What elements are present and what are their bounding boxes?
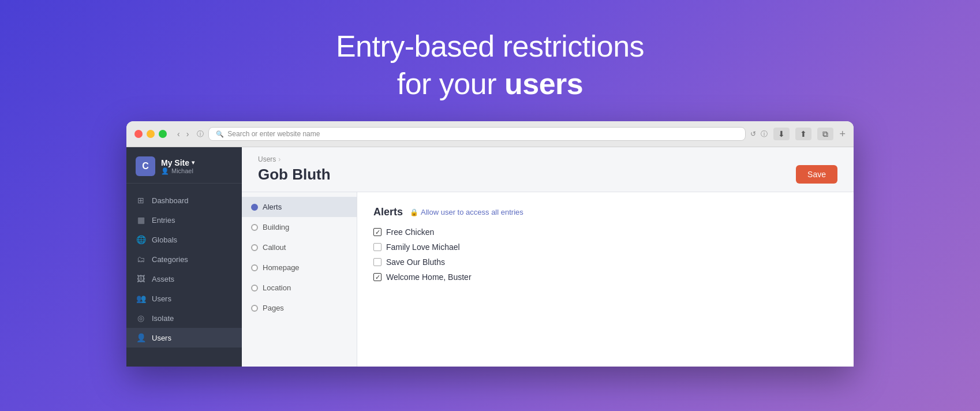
breadcrumb: Users › xyxy=(258,155,331,163)
reload-icon[interactable]: ↺ xyxy=(750,130,756,138)
sidebar-item-categories[interactable]: 🗂 Categories xyxy=(126,249,242,269)
section-nav-label: Location xyxy=(263,283,291,292)
entry-item-free-chicken: ✓ Free Chicken xyxy=(373,227,837,237)
site-name: My Site ▾ xyxy=(161,158,194,167)
avatar: C xyxy=(136,156,155,176)
categories-icon: 🗂 xyxy=(136,254,146,264)
section-nav-label: Pages xyxy=(263,304,284,312)
nav-back-button[interactable]: ‹ xyxy=(175,128,182,140)
users-bottom-icon: 👤 xyxy=(136,332,146,343)
entry-item-family-love: Family Love Michael xyxy=(373,242,837,252)
radio-alerts xyxy=(251,204,258,211)
sidebar-item-globals[interactable]: 🌐 Globals xyxy=(126,230,242,249)
checkbox-welcome-home[interactable]: ✓ xyxy=(373,273,381,281)
traffic-lights xyxy=(134,130,167,138)
sidebar-site-header[interactable]: C My Site ▾ 👤 Michael xyxy=(126,147,242,184)
entry-list: ✓ Free Chicken Family Love Michael Save … xyxy=(373,227,837,282)
sidebar-item-label: Assets xyxy=(152,275,174,283)
section-nav-item-location[interactable]: Location xyxy=(242,278,357,298)
address-bar-left-icon: ⓘ xyxy=(197,129,204,139)
main-content: Users › Gob Bluth Save Alerts xyxy=(242,147,854,367)
radio-pages xyxy=(251,305,258,312)
share-button[interactable]: ⬆ xyxy=(795,128,811,140)
entry-label: Save Our Bluths xyxy=(386,257,445,267)
radio-callout xyxy=(251,244,258,251)
section-nav-item-alerts[interactable]: Alerts xyxy=(242,197,357,217)
info-icon[interactable]: ⓘ xyxy=(761,129,768,139)
section-nav-item-pages[interactable]: Pages xyxy=(242,298,357,318)
hero-line1: Entry-based restrictions xyxy=(336,29,644,63)
sidebar-item-label: Entries xyxy=(152,216,175,225)
address-bar-container: ⓘ 🔍 Search or enter website name ↺ ⓘ xyxy=(197,127,768,141)
entry-label: Welcome Home, Buster xyxy=(386,272,472,282)
checkbox-free-chicken[interactable]: ✓ xyxy=(373,228,381,236)
entries-title: Alerts xyxy=(373,206,403,218)
sidebar-item-users[interactable]: 👥 Users xyxy=(126,289,242,308)
new-tab-button[interactable]: + xyxy=(839,128,846,140)
entry-label: Free Chicken xyxy=(386,227,434,237)
entry-item-welcome-home: ✓ Welcome Home, Buster xyxy=(373,272,837,282)
breadcrumb-arrow: › xyxy=(278,155,280,163)
entry-label: Family Love Michael xyxy=(386,242,460,252)
section-nav-label: Alerts xyxy=(263,203,282,211)
assets-icon: 🖼 xyxy=(136,274,146,284)
sidebar-item-dashboard[interactable]: ⊞ Dashboard xyxy=(126,190,242,210)
save-button[interactable]: Save xyxy=(796,165,837,184)
checkbox-save-bluths[interactable] xyxy=(373,258,381,266)
sidebar-item-label: Isolate xyxy=(152,314,174,323)
section-nav-item-callout[interactable]: Callout xyxy=(242,237,357,257)
sidebar-item-assets[interactable]: 🖼 Assets xyxy=(126,269,242,289)
section-nav-label: Homepage xyxy=(263,263,300,272)
hero-line2-plain: for your xyxy=(397,67,496,100)
app-layout: C My Site ▾ 👤 Michael ⊞ Dashboard xyxy=(126,147,854,367)
page-title: Gob Bluth xyxy=(258,166,331,184)
download-button[interactable]: ⬇ xyxy=(773,128,790,140)
radio-location xyxy=(251,285,258,292)
checkbox-family-love[interactable] xyxy=(373,243,381,251)
nav-forward-button[interactable]: › xyxy=(184,128,192,140)
sidebar-item-isolate[interactable]: ◎ Isolate xyxy=(126,308,242,328)
radio-homepage xyxy=(251,264,258,271)
section-nav-item-homepage[interactable]: Homepage xyxy=(242,257,357,278)
isolate-icon: ◎ xyxy=(136,313,146,323)
traffic-light-yellow[interactable] xyxy=(147,130,155,138)
lock-icon: 🔒 xyxy=(410,208,418,216)
sidebar-item-users-bottom[interactable]: 👤 Users xyxy=(126,328,242,348)
browser-window: ‹ › ⓘ 🔍 Search or enter website name ↺ ⓘ… xyxy=(126,121,854,367)
sidebar: C My Site ▾ 👤 Michael ⊞ Dashboard xyxy=(126,147,242,367)
page-header-left: Users › Gob Bluth xyxy=(258,155,331,184)
entries-panel: Alerts 🔒 Allow user to access all entrie… xyxy=(357,192,854,367)
hero-section: Entry-based restrictions for your users xyxy=(336,0,644,121)
browser-chrome: ‹ › ⓘ 🔍 Search or enter website name ↺ ⓘ… xyxy=(126,121,854,147)
chevron-icon: ▾ xyxy=(192,159,194,166)
section-nav-item-building[interactable]: Building xyxy=(242,217,357,237)
user-icon: 👤 xyxy=(161,167,169,175)
sidebar-item-label: Users xyxy=(152,294,171,303)
section-nav-label: Callout xyxy=(263,243,286,252)
traffic-light-red[interactable] xyxy=(134,130,143,138)
nav-arrows: ‹ › xyxy=(175,128,191,140)
radio-building xyxy=(251,224,258,231)
search-icon: 🔍 xyxy=(216,130,224,138)
entries-header: Alerts 🔒 Allow user to access all entrie… xyxy=(373,206,837,218)
hero-line2-bold: users xyxy=(504,67,583,100)
address-bar[interactable]: 🔍 Search or enter website name xyxy=(208,127,746,141)
allow-access-link[interactable]: 🔒 Allow user to access all entries xyxy=(410,208,523,216)
dashboard-icon: ⊞ xyxy=(136,195,146,206)
entry-item-save-bluths: Save Our Bluths xyxy=(373,257,837,267)
traffic-light-green[interactable] xyxy=(159,130,167,138)
entries-icon: ▦ xyxy=(136,215,146,225)
sidebar-item-label: Globals xyxy=(152,236,177,244)
globals-icon: 🌐 xyxy=(136,234,146,245)
sidebar-item-label: Dashboard xyxy=(152,196,189,205)
hero-title: Entry-based restrictions for your users xyxy=(336,28,644,103)
sidebar-item-entries[interactable]: ▦ Entries xyxy=(126,210,242,230)
site-info: My Site ▾ 👤 Michael xyxy=(161,158,194,175)
sidebar-item-label: Categories xyxy=(152,255,188,264)
site-user: 👤 Michael xyxy=(161,167,194,175)
users-icon: 👥 xyxy=(136,293,146,304)
tabs-button[interactable]: ⧉ xyxy=(817,128,833,140)
sidebar-nav: ⊞ Dashboard ▦ Entries 🌐 Globals 🗂 Catego… xyxy=(126,184,242,367)
page-header: Users › Gob Bluth Save xyxy=(242,147,854,192)
section-nav-label: Building xyxy=(263,223,289,231)
